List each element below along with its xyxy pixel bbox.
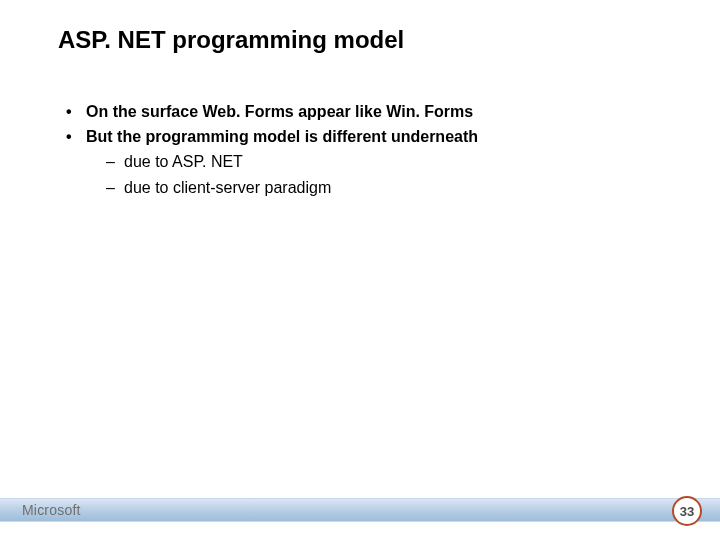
footer-logo: Microsoft (22, 502, 81, 518)
bullet-level-2: due to ASP. NET (58, 150, 680, 173)
footer-bar (0, 498, 720, 522)
bullet-level-1: On the surface Web. Forms appear like Wi… (58, 100, 680, 123)
slide: ASP. NET programming model On the surfac… (0, 0, 720, 540)
slide-content: On the surface Web. Forms appear like Wi… (58, 100, 680, 201)
bullet-level-2: due to client-server paradigm (58, 176, 680, 199)
slide-title: ASP. NET programming model (58, 26, 404, 54)
bullet-level-1: But the programming model is different u… (58, 125, 680, 148)
page-number-badge: 33 (672, 496, 702, 526)
